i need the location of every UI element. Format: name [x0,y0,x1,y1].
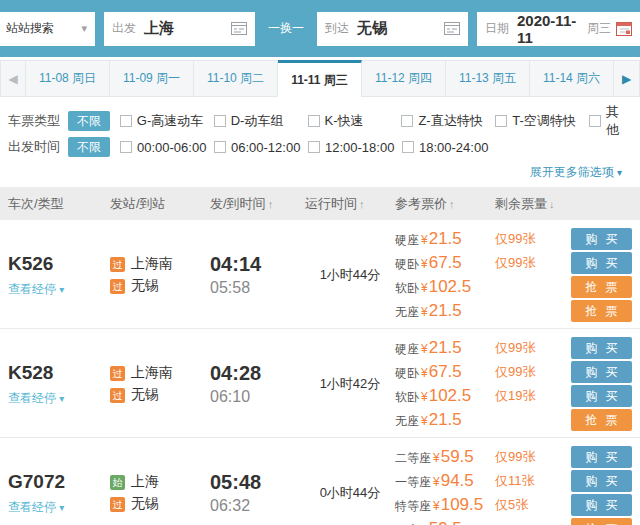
chevron-down-icon: ▾ [59,502,64,513]
fare: 硬座¥21.5 [395,338,495,358]
duration: 1小时42分 [305,375,395,393]
filter-option-label: T-空调特快 [512,112,576,130]
ticket-type-all-button[interactable]: 不限 [68,111,110,131]
filter-option-time-12-18[interactable]: 12:00-18:00 [308,140,402,155]
date-tab-11-11-active[interactable]: 11-11 周三 [278,60,362,97]
date-tab-11-08[interactable]: 11-08 周日 [26,60,110,97]
depart-station-field[interactable]: 出发 上海 [104,12,255,46]
station-picker-icon[interactable] [231,22,247,35]
date-label: 日期 [485,20,509,37]
date-value: 2020-11-11 [517,12,587,46]
train-code: K526 [8,253,110,275]
depart-label: 出发 [112,20,136,37]
filter-option-other[interactable]: 其他 [589,103,632,139]
column-header-times[interactable]: 发/到时间↑ [210,195,305,213]
pass-badge: 过 [110,257,125,272]
train-row-G7072: G7072 查看经停 ▾ 始上海 过无锡 05:48 06:32 0小时44分 … [0,438,640,525]
buy-button[interactable]: 购买 [571,252,632,274]
checkbox[interactable] [308,141,320,153]
sort-asc-icon: ↑ [359,198,365,210]
train-row-K528: K528 查看经停 ▾ 过上海南 过无锡 04:28 06:10 1小时42分 … [0,329,640,438]
buy-button[interactable]: 购买 [571,385,632,407]
times-cell: 04:28 06:10 [210,362,305,406]
buy-button[interactable]: 购买 [571,228,632,250]
depart-time: 04:28 [210,362,305,385]
view-stops-link[interactable]: 查看经停 ▾ [8,390,110,407]
train-code-cell: G7072 查看经停 ▾ [0,471,110,516]
checkbox[interactable] [120,115,132,127]
depart-time: 05:48 [210,471,305,494]
view-stops-link[interactable]: 查看经停 ▾ [8,499,110,516]
column-header-price[interactable]: 参考票价↑ [395,195,495,213]
from-station: 上海南 [131,364,173,382]
checkbox[interactable] [308,115,320,127]
grab-ticket-button[interactable]: 抢票 [571,409,632,431]
filter-option-t[interactable]: T-空调特快 [495,112,589,130]
checkbox[interactable] [402,141,414,153]
filter-option-k[interactable]: K-快速 [308,112,402,130]
times-cell: 05:48 06:32 [210,471,305,515]
column-header-remaining[interactable]: 剩余票量↓ [495,195,571,213]
buy-button[interactable]: 购买 [571,494,632,516]
buy-button[interactable]: 购买 [571,361,632,383]
arrive-station-field[interactable]: 到达 无锡 [317,12,468,46]
checkbox[interactable] [120,141,132,153]
filter-option-z[interactable]: Z-直达特快 [401,112,495,130]
buy-button[interactable]: 购买 [571,337,632,359]
view-stops-link[interactable]: 查看经停 ▾ [8,281,110,298]
depart-time-filter-row: 出发时间 不限 00:00-06:00 06:00-12:00 12:00-18… [8,134,632,160]
buy-button[interactable]: 购买 [571,470,632,492]
pass-badge: 过 [110,366,125,381]
filter-option-time-0-6[interactable]: 00:00-06:00 [120,140,214,155]
filter-option-label: 06:00-12:00 [231,140,300,155]
swap-stations-button[interactable]: 一换一 [264,20,308,37]
date-field[interactable]: 日期 2020-11-11 周三 [477,12,640,46]
date-tab-11-13[interactable]: 11-13 周五 [446,60,530,97]
filter-option-time-18-24[interactable]: 18:00-24:00 [402,140,488,155]
chevron-down-icon: ▾ [81,22,87,35]
search-mode-select[interactable]: 站站搜索 ▾ [0,12,95,46]
date-tab-11-12[interactable]: 11-12 周四 [362,60,446,97]
train-code: G7072 [8,471,110,493]
calendar-icon[interactable] [616,21,632,36]
train-search-page: 站站搜索 ▾ 出发 上海 一换一 到达 无锡 日期 2020-11-11 周三 [0,0,640,525]
filter-option-d[interactable]: D-动车组 [214,112,308,130]
sort-asc-icon: ↑ [268,198,274,210]
fare: 硬座¥21.5 [395,229,495,249]
fare: 硬卧¥67.5 [395,362,495,382]
filter-option-label: G-高速动车 [137,112,203,130]
station-picker-icon[interactable] [444,22,460,35]
tickets-left: 仅99张 [495,254,571,272]
checkbox[interactable] [589,115,601,127]
duration: 1小时44分 [305,266,395,284]
grab-ticket-button[interactable]: 抢票 [571,300,632,322]
filter-option-time-6-12[interactable]: 06:00-12:00 [214,140,308,155]
to-station: 无锡 [131,386,159,404]
date-tab-11-10[interactable]: 11-10 周二 [194,60,278,97]
checkbox[interactable] [214,115,226,127]
grab-ticket-button[interactable]: 抢票 [571,276,632,298]
checkbox[interactable] [495,115,507,127]
filter-option-label: 18:00-24:00 [419,140,488,155]
date-tab-11-14[interactable]: 11-14 周六 [530,60,614,97]
date-tab-11-09[interactable]: 11-09 周一 [110,60,194,97]
prev-dates-button[interactable]: ◀ [0,60,26,97]
fare: 无座¥21.5 [395,410,495,430]
buy-button[interactable]: 购买 [571,446,632,468]
depart-time-all-button[interactable]: 不限 [68,137,110,157]
filter-option-g[interactable]: G-高速动车 [120,112,214,130]
fare: 二等座¥59.5 [395,447,495,467]
checkbox[interactable] [214,141,226,153]
grab-ticket-button[interactable]: 抢票 [571,518,632,525]
fare: 特等座¥109.5 [395,495,495,515]
tickets-left: 仅19张 [495,387,571,405]
stations-cell: 过上海南 过无锡 [110,360,210,408]
next-dates-button[interactable]: ▶ [614,60,640,97]
checkbox[interactable] [401,115,413,127]
train-code-cell: K526 查看经停 ▾ [0,253,110,298]
date-tab-bar: ◀ 11-08 周日 11-09 周一 11-10 周二 11-11 周三 11… [0,60,640,97]
expand-more-filters-link[interactable]: 展开更多筛选项 ▾ [530,165,622,179]
fare: 硬卧¥67.5 [395,253,495,273]
column-header-duration[interactable]: 运行时间↑ [305,195,395,213]
date-weekday: 周三 [587,20,611,37]
